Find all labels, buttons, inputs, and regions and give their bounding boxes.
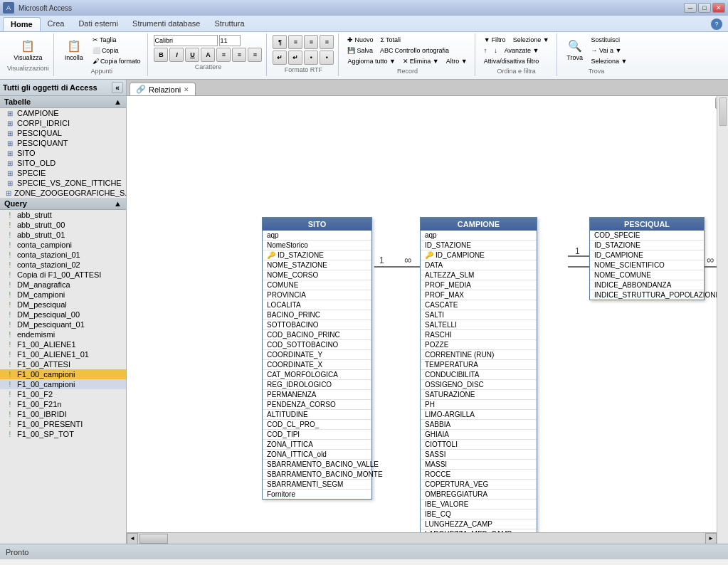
scrollbar-track[interactable] — [138, 533, 705, 544]
nav-item-abb-strutt[interactable]: ! abb_strutt — [0, 210, 126, 220]
nav-item-f1-campioni-edit[interactable]: ! F1_00_campioni — [0, 379, 126, 389]
camp-saltelli[interactable]: SALTELLI — [421, 320, 537, 330]
format-btn-4[interactable]: ≡ — [320, 35, 334, 49]
nav-item-f1-aliene1[interactable]: ! F1_00_ALIENE1 — [0, 339, 126, 349]
tab-crea[interactable]: Crea — [41, 17, 72, 31]
nav-item-pesciqual[interactable]: ⊞ PESCIQUAL — [0, 128, 126, 138]
nav-item-abb-strutt-00[interactable]: ! abb_strutt_00 — [0, 220, 126, 230]
nav-item-conta-stazioni-02[interactable]: ! conta_stazioni_02 — [0, 260, 126, 270]
nav-item-f1-attesi[interactable]: ! F1_00_ATTESI — [0, 359, 126, 369]
field-zona-ittica-old[interactable]: ZONA_ITTICA_old — [263, 450, 371, 460]
pesci-id-campione[interactable]: ID_CAMPIONE — [590, 250, 704, 260]
field-sbarramenti-segm[interactable]: SBARRAMENTI_SEGM — [263, 480, 371, 490]
field-cod-sottobacino[interactable]: COD_SOTTOBACINO — [263, 340, 371, 350]
nav-item-copia-attesi[interactable]: ! Copia di F1_00_ATTESI — [0, 270, 126, 280]
nav-item-campione[interactable]: ⊞ CAMPIONE — [0, 108, 126, 118]
sidebar-scroll-up[interactable] — [719, 97, 727, 126]
camp-salti[interactable]: SALTI — [421, 310, 537, 320]
pesci-nome-sci[interactable]: NOME_SCIENTIFICO — [590, 260, 704, 270]
field-localita[interactable]: LOCALITA — [263, 300, 371, 310]
camp-ibe-valore[interactable]: IBE_VALORE — [421, 500, 537, 509]
nav-item-dm-pesciqual[interactable]: ! DM_pesciqual — [0, 300, 126, 310]
format-btn-8[interactable]: • — [320, 51, 334, 65]
nav-item-dm-campioni[interactable]: ! DM_campioni — [0, 290, 126, 300]
field-sottobacino[interactable]: SOTTOBACINO — [263, 320, 371, 330]
tab-dati-esterni[interactable]: Dati esterni — [71, 17, 125, 31]
field-altitudine[interactable]: ALTITUDINE — [263, 410, 371, 420]
format-btn-2[interactable]: ≡ — [288, 35, 302, 49]
camp-ghiaia[interactable]: GHIAIA — [421, 430, 537, 440]
tab-home[interactable]: Home — [3, 17, 41, 31]
nav-item-abb-strutt-01[interactable]: ! abb_strutt_01 — [0, 230, 126, 240]
nav-item-sito[interactable]: ⊞ SITO — [0, 148, 126, 158]
nav-item-specie-zone[interactable]: ⊞ SPECIE_VS_ZONE_ITTICHE — [0, 178, 126, 188]
nav-item-specie[interactable]: ⊞ SPECIE — [0, 168, 126, 178]
title-buttons[interactable]: ─ □ ✕ — [684, 3, 725, 13]
nuovo-button[interactable]: ✚ Nuovo — [344, 35, 376, 45]
seleziona-button[interactable]: Seleziona ▼ — [589, 56, 631, 66]
camp-ossigeno[interactable]: OSSIGENO_DISC — [421, 380, 537, 390]
taglia-button[interactable]: ✂ Taglia — [90, 35, 144, 45]
field-comune[interactable]: COMUNE — [263, 280, 371, 290]
field-permanenza[interactable]: PERMANENZA — [263, 390, 371, 400]
nav-item-conta-campioni[interactable]: ! conta_campioni — [0, 240, 126, 250]
camp-ciottoli[interactable]: CIOTTOLI — [421, 440, 537, 450]
nav-item-f1-sp-tot[interactable]: ! F1_00_SP_TOT — [0, 429, 126, 439]
field-nomestorico[interactable]: NomeStorico — [263, 241, 371, 250]
camp-correntine[interactable]: CORRENTINE (RUN) — [421, 350, 537, 360]
align-center-button[interactable]: ≡ — [232, 48, 246, 62]
field-aqp[interactable]: aqp — [263, 231, 371, 241]
copia-formato-button[interactable]: 🖌 Copia formato — [90, 56, 144, 66]
field-coord-y[interactable]: COORDINATE_Y — [263, 350, 371, 360]
incolla-button[interactable]: 📋 Incolla — [60, 35, 88, 63]
visualizza-button[interactable]: 📋 Visualizza — [10, 35, 46, 63]
camp-sassi[interactable]: SASSI — [421, 450, 537, 460]
pesci-indice-strutt[interactable]: INDICE_STRUTTURA_POPOLAZIONE — [590, 290, 704, 300]
relazioni-tab[interactable]: 🔗 Relazioni ✕ — [130, 83, 196, 95]
altro-button[interactable]: Altro ▼ — [443, 56, 470, 66]
camp-altezza-slm[interactable]: ALTEZZA_SLM — [421, 270, 537, 280]
field-sbarra-monte[interactable]: SBARRAMENTO_BACINO_MONTE — [263, 470, 371, 480]
camp-sabbia[interactable]: SABBIA — [421, 420, 537, 430]
camp-pozze[interactable]: POZZE — [421, 340, 537, 350]
nav-item-f1-aliene1-01[interactable]: ! F1_00_ALIENE1_01 — [0, 349, 126, 359]
format-btn-5[interactable]: ↵ — [273, 51, 287, 65]
align-right-button[interactable]: ≡ — [248, 48, 262, 62]
camp-prof-media[interactable]: PROF_MEDIA — [421, 280, 537, 290]
minimize-button[interactable]: ─ — [684, 3, 697, 13]
field-fornitore[interactable]: Fornitore — [263, 490, 371, 499]
camp-temperatura[interactable]: TEMPERATURA — [421, 360, 537, 370]
tab-struttura[interactable]: Struttura — [207, 17, 251, 31]
camp-data[interactable]: DATA — [421, 260, 537, 270]
camp-ibe-cq[interactable]: IBE_CQ — [421, 509, 537, 519]
sort-za-button[interactable]: ↓ — [491, 46, 500, 56]
camp-lunghezza[interactable]: LUNGHEZZA_CAMP — [421, 519, 537, 529]
table-campione[interactable]: CAMPIONE aqp ID_STAZIONE 🔑 ID_CAMPIONE D… — [420, 217, 537, 544]
bold-button[interactable]: B — [154, 48, 168, 62]
camp-massi[interactable]: MASSI — [421, 460, 537, 470]
align-left-button[interactable]: ≡ — [216, 48, 231, 62]
field-cat-morf[interactable]: CAT_MORFOLOGICA — [263, 370, 371, 380]
diagram-area[interactable]: 1 ∞ 1 ∞ ∞ 1 SITO aqp NomeStorico — [127, 95, 728, 544]
field-nome-stazione[interactable]: NOME_STAZIONE — [263, 260, 371, 270]
underline-button[interactable]: U — [185, 48, 199, 62]
format-btn-3[interactable]: ≡ — [304, 35, 318, 49]
nav-item-dm-anagrafica[interactable]: ! DM_anagrafica — [0, 280, 126, 290]
field-pendenza[interactable]: PENDENZA_CORSO — [263, 400, 371, 410]
field-nome-corso[interactable]: NOME_CORSO — [263, 270, 371, 280]
nav-section-tables[interactable]: Tabelle ▲ — [0, 96, 126, 108]
selezione-button[interactable]: Selezione ▼ — [510, 35, 552, 45]
field-zona-ittica[interactable]: ZONA_ITTICA — [263, 440, 371, 450]
field-cod-bacino-princ[interactable]: COD_BACINO_PRINC — [263, 330, 371, 340]
pesci-id-stazione[interactable]: ID_STAZIONE — [590, 241, 704, 250]
pesci-cod-specie[interactable]: COD_SPECIE — [590, 231, 704, 241]
format-btn-7[interactable]: • — [304, 51, 318, 65]
field-cod-tipi[interactable]: COD_TIPI — [263, 430, 371, 440]
camp-cascate[interactable]: CASCATE — [421, 300, 537, 310]
table-sito[interactable]: SITO aqp NomeStorico 🔑 ID_STAZIONE NOME_… — [262, 217, 372, 500]
table-pesciqual[interactable]: PESCIQUAL COD_SPECIE ID_STAZIONE ID_CAMP… — [589, 217, 705, 300]
sort-az-button[interactable]: ↑ — [481, 46, 490, 56]
scrollbar-thumb[interactable] — [139, 534, 168, 544]
field-reg-idro[interactable]: REG_IDROLOGICO — [263, 380, 371, 390]
help-button[interactable]: ? — [711, 19, 722, 30]
